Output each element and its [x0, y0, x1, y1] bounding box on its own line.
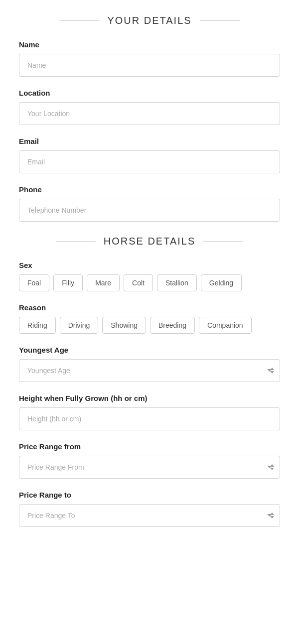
- price-to-field-group: Price Range to Price Range To £500 £1000…: [19, 491, 280, 527]
- sex-field-group: Sex Foal Filly Mare Colt Stallion Geldin…: [19, 261, 280, 291]
- height-field-group: Height when Fully Grown (hh or cm): [19, 394, 280, 430]
- phone-field-group: Phone: [19, 185, 280, 222]
- price-from-label: Price Range from: [19, 442, 280, 451]
- youngest-age-field-group: Youngest Age Youngest Age 1 2 3 4 5 6 7 …: [19, 346, 280, 382]
- youngest-age-wrapper: Youngest Age 1 2 3 4 5 6 7 8 9 10: [19, 359, 280, 382]
- price-from-field-group: Price Range from Price Range From £0 £50…: [19, 442, 280, 479]
- youngest-age-select[interactable]: Youngest Age 1 2 3 4 5 6 7 8 9 10: [19, 359, 280, 382]
- reason-tag-companion[interactable]: Companion: [199, 317, 252, 334]
- reason-label: Reason: [19, 303, 280, 312]
- sex-label: Sex: [19, 261, 280, 269]
- reason-field-group: Reason Riding Driving Showing Breeding C…: [19, 303, 280, 334]
- sex-tag-mare[interactable]: Mare: [87, 274, 120, 291]
- sex-tag-colt[interactable]: Colt: [124, 274, 153, 291]
- your-details-header: YOUR DETAILS: [19, 15, 280, 26]
- height-label: Height when Fully Grown (hh or cm): [19, 394, 280, 402]
- price-from-wrapper: Price Range From £0 £500 £1000 £2000 £50…: [19, 456, 280, 479]
- reason-tag-driving[interactable]: Driving: [60, 317, 99, 334]
- height-input[interactable]: [19, 407, 280, 430]
- sex-tag-foal[interactable]: Foal: [19, 274, 49, 291]
- youngest-age-label: Youngest Age: [19, 346, 280, 354]
- email-label: Email: [19, 137, 280, 145]
- header-line-left: [59, 20, 99, 21]
- phone-label: Phone: [19, 185, 280, 194]
- horse-details-title: HORSE DETAILS: [104, 236, 196, 247]
- horse-header-line-right: [203, 241, 243, 242]
- price-to-select[interactable]: Price Range To £500 £1000 £2000 £5000 £1…: [19, 504, 280, 527]
- email-field-group: Email: [19, 137, 280, 173]
- page-container: YOUR DETAILS Name Location Email Phone H…: [0, 0, 299, 554]
- price-to-label: Price Range to: [19, 491, 280, 499]
- location-field-group: Location: [19, 89, 280, 125]
- reason-tag-showing[interactable]: Showing: [102, 317, 146, 334]
- reason-tag-breeding[interactable]: Breeding: [150, 317, 195, 334]
- sex-tag-gelding[interactable]: Gelding: [201, 274, 242, 291]
- sex-tags-group: Foal Filly Mare Colt Stallion Gelding: [19, 274, 280, 291]
- header-line-right: [200, 20, 240, 21]
- price-to-wrapper: Price Range To £500 £1000 £2000 £5000 £1…: [19, 504, 280, 527]
- horse-header-line-left: [56, 241, 96, 242]
- horse-details-header: HORSE DETAILS: [19, 236, 280, 247]
- location-label: Location: [19, 89, 280, 97]
- location-input[interactable]: [19, 102, 280, 125]
- price-from-select[interactable]: Price Range From £0 £500 £1000 £2000 £50…: [19, 456, 280, 479]
- sex-tag-filly[interactable]: Filly: [53, 274, 83, 291]
- name-label: Name: [19, 40, 280, 49]
- email-input[interactable]: [19, 150, 280, 173]
- name-input[interactable]: [19, 54, 280, 77]
- reason-tags-group: Riding Driving Showing Breeding Companio…: [19, 317, 280, 334]
- your-details-title: YOUR DETAILS: [107, 15, 191, 26]
- phone-input[interactable]: [19, 199, 280, 222]
- sex-tag-stallion[interactable]: Stallion: [157, 274, 197, 291]
- name-field-group: Name: [19, 40, 280, 77]
- reason-tag-riding[interactable]: Riding: [19, 317, 56, 334]
